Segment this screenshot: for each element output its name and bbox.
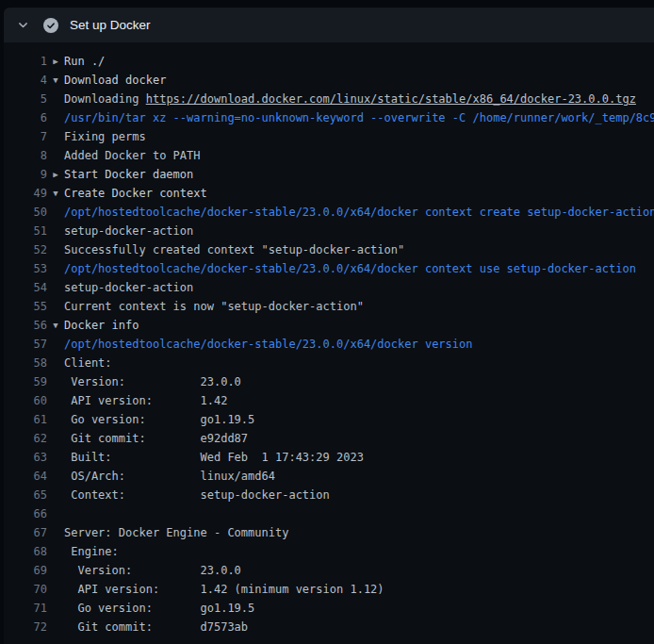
line-number[interactable]: 57 bbox=[4, 335, 47, 354]
line-number[interactable]: 54 bbox=[4, 278, 47, 297]
check-circle-icon bbox=[43, 18, 58, 33]
line-number[interactable]: 68 bbox=[4, 542, 47, 561]
log-line: 57/opt/hostedtoolcache/docker-stable/23.… bbox=[4, 335, 654, 354]
gutter-spacer bbox=[47, 580, 64, 599]
line-number[interactable]: 60 bbox=[4, 391, 47, 410]
disclosure-expanded-icon[interactable]: ▼ bbox=[47, 184, 64, 203]
line-number[interactable]: 72 bbox=[4, 618, 47, 636]
log-text: Version: 23.0.0 bbox=[64, 561, 241, 580]
line-number[interactable]: 69 bbox=[4, 561, 47, 580]
log-line: 72 Git commit: d7573ab bbox=[4, 618, 654, 636]
gutter-spacer bbox=[47, 108, 64, 127]
log-line: 51setup-docker-action bbox=[4, 222, 654, 240]
gutter-spacer bbox=[47, 90, 64, 108]
line-number[interactable]: 4 bbox=[4, 71, 47, 90]
log-line: 7Fixing perms bbox=[4, 127, 654, 146]
gutter-spacer bbox=[47, 146, 64, 165]
log-line: 63 Built: Wed Feb 1 17:43:29 2023 bbox=[4, 448, 654, 467]
log-group-row[interactable]: 9▶Start Docker daemon bbox=[4, 165, 654, 184]
line-number[interactable]: 1 bbox=[4, 52, 47, 71]
log-text: API version: 1.42 bbox=[64, 391, 227, 410]
line-number[interactable]: 61 bbox=[4, 410, 47, 429]
line-number[interactable]: 5 bbox=[4, 90, 47, 108]
gutter-spacer bbox=[47, 429, 64, 448]
disclosure-expanded-icon[interactable]: ▼ bbox=[47, 71, 64, 90]
log-group-row[interactable]: 4▼Download docker bbox=[4, 71, 654, 90]
actions-log-page: { "header": { "title": "Set up Docker", … bbox=[0, 0, 654, 644]
gutter-spacer bbox=[47, 486, 64, 504]
log-text: Engine: bbox=[64, 542, 119, 561]
line-number[interactable]: 67 bbox=[4, 523, 47, 542]
log-text: Context: setup-docker-action bbox=[64, 486, 330, 504]
gutter-spacer bbox=[47, 240, 64, 259]
log-line: 60 API version: 1.42 bbox=[4, 391, 654, 410]
log-line: 61 Go version: go1.19.5 bbox=[4, 410, 654, 429]
line-number[interactable]: 52 bbox=[4, 240, 47, 259]
line-number[interactable]: 63 bbox=[4, 448, 47, 467]
log-text: Server: Docker Engine - Community bbox=[64, 523, 288, 542]
line-number[interactable]: 50 bbox=[4, 203, 47, 222]
log-line: 55Current context is now "setup-docker-a… bbox=[4, 297, 654, 316]
line-number[interactable]: 49 bbox=[4, 184, 47, 203]
log-text: Current context is now "setup-docker-act… bbox=[64, 297, 364, 316]
step-header[interactable]: Set up Docker bbox=[4, 8, 654, 42]
log-text: Git commit: e92dd87 bbox=[64, 429, 248, 448]
log-line: 59 Version: 23.0.0 bbox=[4, 372, 654, 391]
log-line: 62 Git commit: e92dd87 bbox=[4, 429, 654, 448]
log-text: Download docker bbox=[64, 71, 166, 90]
log-text: Added Docker to PATH bbox=[64, 146, 201, 165]
line-number[interactable]: 9 bbox=[4, 165, 47, 184]
log-text: Go version: go1.19.5 bbox=[64, 599, 254, 618]
log-line: 66 bbox=[4, 504, 654, 523]
gutter-spacer bbox=[47, 259, 64, 278]
line-number[interactable]: 64 bbox=[4, 467, 47, 486]
line-number[interactable]: 51 bbox=[4, 222, 47, 240]
line-number[interactable]: 66 bbox=[4, 504, 47, 523]
line-number[interactable]: 56 bbox=[4, 316, 47, 335]
log-text: Start Docker daemon bbox=[64, 165, 193, 184]
disclosure-expanded-icon[interactable]: ▼ bbox=[47, 316, 64, 335]
disclosure-collapsed-icon[interactable]: ▶ bbox=[47, 165, 64, 184]
line-number[interactable]: 55 bbox=[4, 297, 47, 316]
line-number[interactable]: 7 bbox=[4, 127, 47, 146]
log-link[interactable]: https://download.docker.com/linux/static… bbox=[146, 92, 636, 106]
gutter-spacer bbox=[47, 372, 64, 391]
log-text: Built: Wed Feb 1 17:43:29 2023 bbox=[64, 448, 364, 467]
chevron-down-icon[interactable] bbox=[15, 19, 30, 31]
log-text: Go version: go1.19.5 bbox=[64, 410, 254, 429]
step-container: Set up Docker 1▶Run ./4▼Download docker5… bbox=[4, 8, 654, 644]
log-text: Version: 23.0.0 bbox=[64, 372, 241, 391]
line-number[interactable]: 53 bbox=[4, 259, 47, 278]
log-line: 54setup-docker-action bbox=[4, 278, 654, 297]
gutter-spacer bbox=[47, 542, 64, 561]
log-line: 68 Engine: bbox=[4, 542, 654, 561]
gutter-spacer bbox=[47, 222, 64, 240]
log-group-row[interactable]: 49▼Create Docker context bbox=[4, 184, 654, 203]
log-group-row[interactable]: 56▼Docker info bbox=[4, 316, 654, 335]
line-number[interactable]: 71 bbox=[4, 599, 47, 618]
line-number[interactable]: 62 bbox=[4, 429, 47, 448]
gutter-spacer bbox=[47, 448, 64, 467]
log-line: 71 Go version: go1.19.5 bbox=[4, 599, 654, 618]
gutter-spacer bbox=[47, 410, 64, 429]
log-text: Downloading bbox=[64, 92, 146, 106]
log-command-text: /usr/bin/tar xz --warning=no-unknown-key… bbox=[64, 108, 654, 127]
log-text: OS/Arch: linux/amd64 bbox=[64, 467, 275, 486]
log-line: 69 Version: 23.0.0 bbox=[4, 561, 654, 580]
line-number[interactable]: 6 bbox=[4, 108, 47, 127]
log-line: 50/opt/hostedtoolcache/docker-stable/23.… bbox=[4, 203, 654, 222]
line-number[interactable]: 8 bbox=[4, 146, 47, 165]
log-group-row[interactable]: 1▶Run ./ bbox=[4, 52, 654, 71]
log-text: Client: bbox=[64, 354, 112, 372]
gutter-spacer bbox=[47, 523, 64, 542]
line-number[interactable]: 58 bbox=[4, 354, 47, 372]
line-number[interactable]: 70 bbox=[4, 580, 47, 599]
log-line: 67Server: Docker Engine - Community bbox=[4, 523, 654, 542]
line-number[interactable]: 59 bbox=[4, 372, 47, 391]
line-number[interactable]: 65 bbox=[4, 486, 47, 504]
log-text: Git commit: d7573ab bbox=[64, 618, 248, 636]
log-area: 1▶Run ./4▼Download docker5Downloading ht… bbox=[4, 42, 654, 644]
log-line: 5Downloading https://download.docker.com… bbox=[4, 90, 654, 108]
disclosure-collapsed-icon[interactable]: ▶ bbox=[47, 52, 64, 71]
step-title: Set up Docker bbox=[70, 18, 151, 32]
